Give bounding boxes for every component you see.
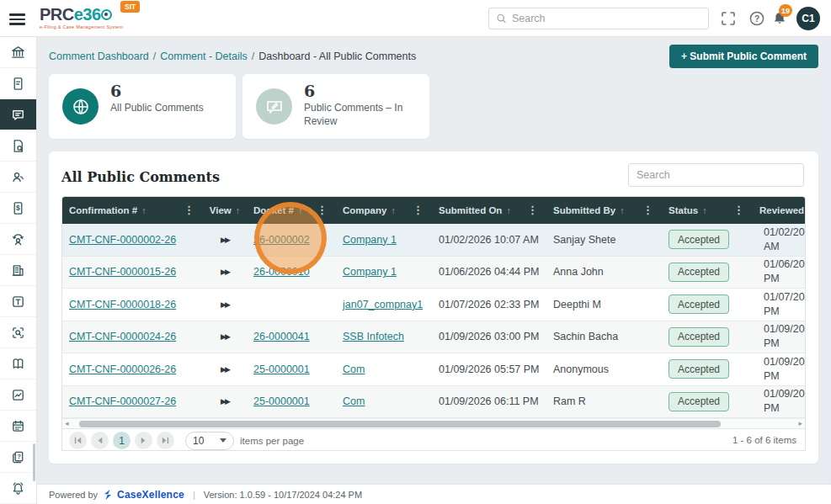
sidebar-item-scan-search[interactable] [0,317,36,348]
sidebar-item-comments[interactable] [0,99,36,130]
column-menu-icon[interactable] [413,204,423,216]
table-search-input[interactable] [628,163,804,187]
column-label: Submitted By [553,205,615,215]
sidebar-item-book[interactable] [0,348,36,379]
company-link[interactable]: jan07_compnay1 [343,299,423,310]
column-header-confirmation[interactable]: Confirmation # [62,197,203,224]
sidebar-item-bank[interactable] [0,37,36,68]
confirmation-link[interactable]: CMT-CNF-0000018-26 [69,299,176,310]
reviewed-meridiem: AM [764,240,780,254]
page-scrollbar[interactable] [825,37,831,484]
column-header-submitted-by[interactable]: Submitted By [546,197,662,224]
sidebar-item-people-network[interactable] [0,224,36,255]
last-page-button[interactable] [157,432,174,449]
sidebar-item-invoice[interactable]: $ [0,193,36,224]
docket-link[interactable]: 25-0000001 [253,395,310,407]
card-comments-in-review[interactable]: 6 Public Comments – In Review [242,74,429,139]
scroll-right-icon[interactable]: ▸ [798,419,802,427]
horizontal-scrollbar[interactable]: ◂ ▸ [62,418,805,428]
table-row[interactable]: CMT-CNF-0000026-26 25-0000001 Com 01/09/… [62,353,805,386]
sidebar-nav: $ ? [0,37,37,504]
sort-asc-icon[interactable] [232,205,241,215]
company-link[interactable]: Com [343,363,365,375]
view-forward-icon[interactable] [221,236,229,244]
column-header-status[interactable]: Status [662,197,753,224]
sidebar-item-file-search[interactable] [0,130,36,162]
column-header-reviewed[interactable]: Reviewed [753,197,805,224]
column-label: Docket # [253,205,294,215]
avatar[interactable]: C1 [796,7,820,30]
sort-asc-icon[interactable] [294,205,303,215]
sidebar-item-building[interactable] [0,255,36,286]
fullscreen-icon[interactable] [720,10,737,27]
sidebar-item-help-pages[interactable]: ? [0,442,36,473]
docket-link[interactable]: 26-0000010 [253,266,310,278]
confirmation-link[interactable]: CMT-CNF-0000027-26 [69,395,176,407]
view-forward-icon[interactable] [221,268,229,276]
global-search[interactable] [488,8,709,29]
confirmation-link[interactable]: CMT-CNF-0000026-26 [69,363,176,375]
company-link[interactable]: Company 1 [343,234,397,246]
table-row[interactable]: CMT-CNF-0000002-26 26-0000002 Company 1 … [62,224,805,257]
reviewed-date: 01/09/202 [764,387,805,401]
confirmation-link[interactable]: CMT-CNF-0000002-26 [69,234,176,246]
confirmation-link[interactable]: CMT-CNF-0000024-26 [69,331,176,342]
sort-asc-icon[interactable] [615,205,625,215]
table-row[interactable]: CMT-CNF-0000015-26 26-0000010 Company 1 … [62,257,805,289]
submit-public-comment-button[interactable]: + Submit Public Comment [669,45,818,68]
first-page-button[interactable] [69,432,87,449]
sidebar-item-calendar[interactable] [0,411,36,442]
column-header-submitted-on[interactable]: Submitted On [432,197,546,224]
column-header-docket[interactable]: Docket # [247,197,336,224]
docket-link[interactable]: 26-0000041 [253,331,310,342]
docket-link[interactable]: 25-0000001 [253,363,310,375]
column-menu-icon[interactable] [642,204,653,216]
page-size-select[interactable]: 10 [185,432,234,450]
table-row[interactable]: CMT-CNF-0000027-26 25-0000001 Com 01/09/… [62,386,805,419]
column-menu-icon[interactable] [733,204,744,216]
casexellence-brand[interactable]: CaseXellence [117,489,184,501]
previous-page-button[interactable] [91,432,109,449]
help-icon[interactable]: ? [748,10,765,27]
column-menu-icon[interactable] [184,204,194,216]
table-row[interactable]: CMT-CNF-0000024-26 26-0000041 SSB Infote… [62,321,805,354]
company-link[interactable]: Com [343,395,365,407]
view-forward-icon[interactable] [221,397,229,406]
page-number-button[interactable]: 1 [113,432,131,449]
breadcrumb-link-comment-dashboard[interactable]: Comment Dashboard [49,50,149,62]
table-row[interactable]: CMT-CNF-0000018-26 jan07_compnay1 01/07/… [62,289,805,321]
scroll-left-icon[interactable]: ◂ [65,419,69,427]
confirmation-link[interactable]: CMT-CNF-0000015-26 [69,266,176,278]
app-logo[interactable]: PRCe36 e-Filing & Case Management System [40,5,123,29]
sort-asc-icon[interactable] [698,205,707,215]
submitted-by-cell: Anna John [546,257,662,289]
company-link[interactable]: SSB Infotech [343,331,404,342]
view-forward-icon[interactable] [221,332,229,341]
company-link[interactable]: Company 1 [343,266,397,278]
column-header-view[interactable]: View [203,197,247,224]
column-menu-icon[interactable] [317,204,328,216]
sidebar-item-notifications[interactable] [0,473,36,504]
column-header-company[interactable]: Company [336,197,432,224]
view-forward-icon[interactable] [221,365,229,374]
column-menu-icon[interactable] [527,204,538,216]
submitted-on-cell: 01/09/2026 05:57 PM [432,353,546,385]
scrollbar-thumb[interactable] [79,421,721,427]
sort-asc-icon[interactable] [386,205,396,215]
sidebar-item-users[interactable] [0,162,36,193]
sidebar-item-document[interactable] [0,68,36,99]
notification-count-badge: 19 [779,4,792,17]
sort-asc-icon[interactable] [137,205,146,215]
sort-asc-icon[interactable] [502,205,511,215]
sidebar-item-chart[interactable] [0,379,36,411]
breadcrumb-link-comment-details[interactable]: Comment - Details [160,50,248,62]
sidebar-item-task[interactable] [0,286,36,317]
global-search-input[interactable] [512,13,701,24]
next-page-button[interactable] [135,432,152,449]
hamburger-menu-icon[interactable] [9,11,26,26]
card-all-public-comments[interactable]: 6 All Public Comments [49,74,236,139]
docket-link[interactable]: 26-0000002 [253,234,310,246]
view-forward-icon[interactable] [221,300,229,309]
sidebar-scrollbar[interactable] [33,443,35,481]
reviewed-cell: 01/09/202PM [753,353,805,385]
